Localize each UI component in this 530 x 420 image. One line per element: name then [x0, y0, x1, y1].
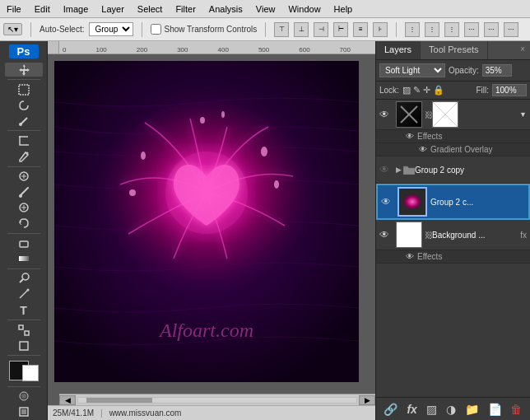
- group-copy-name: Group 2 copy: [415, 166, 527, 175]
- scroll-left-btn[interactable]: ◀: [59, 395, 76, 405]
- canvas-container[interactable]: Alfoart.com ◀ ▶: [48, 54, 375, 405]
- marquee-tool[interactable]: [5, 82, 43, 96]
- svg-line-12: [20, 279, 23, 282]
- magic-wand-tool[interactable]: [5, 114, 43, 128]
- shape-tool[interactable]: [5, 338, 43, 352]
- pen-tool[interactable]: [5, 287, 43, 301]
- auto-select-dropdown[interactable]: Group Layer: [89, 22, 133, 36]
- menu-bar: File Edit Image Layer Select Filter Anal…: [0, 0, 530, 18]
- group-2c-item[interactable]: 👁 Group 2 c...: [376, 184, 530, 220]
- background-visibility[interactable]: 👁: [379, 229, 393, 240]
- lock-all-btn[interactable]: 🔒: [433, 85, 444, 96]
- scroll-right-btn[interactable]: ▶: [359, 395, 375, 405]
- horizontal-scrollbar[interactable]: ◀ ▶: [59, 394, 375, 405]
- dodge-tool[interactable]: [5, 272, 43, 286]
- panel-close-btn[interactable]: ×: [515, 41, 530, 59]
- group-2c-thumb: [398, 187, 427, 217]
- background-color[interactable]: [22, 365, 39, 381]
- group-copy-arrow[interactable]: ▶: [396, 166, 402, 174]
- add-adjustment-btn[interactable]: ◑: [443, 401, 459, 418]
- screen-mode-tool[interactable]: [5, 405, 43, 419]
- blend-mode-select[interactable]: Soft Light Normal Multiply Screen Overla…: [379, 63, 445, 77]
- lasso-tool[interactable]: [5, 98, 43, 112]
- left-toolbar: Ps: [0, 41, 48, 420]
- align-bottom-btn[interactable]: ⊣: [314, 22, 328, 37]
- menu-file[interactable]: File: [0, 2, 28, 16]
- panel-tabs: Layers Tool Presets ×: [376, 41, 530, 60]
- effects-label: Effects: [417, 132, 442, 141]
- menu-layer[interactable]: Layer: [95, 2, 131, 16]
- eyedropper-tool[interactable]: [5, 149, 43, 163]
- tool-presets-tab[interactable]: Tool Presets: [421, 41, 488, 59]
- gradient-overlay-visibility[interactable]: 👁: [419, 145, 427, 154]
- gradient-overlay-effect[interactable]: 👁 Gradient Overlay: [376, 143, 530, 156]
- group-copy-visibility[interactable]: 👁: [379, 164, 393, 175]
- distribute-right-btn[interactable]: ⋯: [504, 22, 518, 37]
- lock-position-btn[interactable]: ✛: [423, 85, 430, 96]
- opacity-input[interactable]: [482, 64, 512, 77]
- distribute-top-btn[interactable]: ⋮: [405, 22, 420, 37]
- menu-window[interactable]: Window: [281, 2, 327, 16]
- scroll-thumb[interactable]: [86, 398, 152, 403]
- path-tool[interactable]: [5, 323, 43, 337]
- clone-tool[interactable]: [5, 201, 43, 215]
- text-tool[interactable]: T: [5, 303, 43, 317]
- layer-gradient-item[interactable]: 👁 ⛓ ▼: [376, 100, 530, 130]
- menu-view[interactable]: View: [249, 2, 282, 16]
- brush-tool[interactable]: [5, 184, 43, 198]
- scroll-track[interactable]: [77, 397, 357, 404]
- layers-tab[interactable]: Layers: [376, 41, 421, 59]
- color-picker[interactable]: [9, 361, 39, 381]
- history-tool[interactable]: [5, 217, 43, 231]
- svg-point-7: [19, 194, 22, 198]
- distribute-vcenter-btn[interactable]: ⋮: [425, 22, 439, 37]
- menu-analysis[interactable]: Analysis: [202, 2, 249, 16]
- menu-filter[interactable]: Filter: [169, 2, 202, 16]
- layers-panel: Layers Tool Presets × Soft Light Normal …: [375, 41, 530, 420]
- layer-1-effects-header[interactable]: 👁 Effects: [376, 130, 530, 143]
- svg-point-26: [129, 189, 136, 196]
- menu-select[interactable]: Select: [131, 2, 170, 16]
- align-vcenter-btn[interactable]: ⊥: [294, 22, 309, 37]
- layer-1-visibility[interactable]: 👁: [379, 109, 393, 120]
- crop-tool[interactable]: [5, 133, 43, 147]
- gradient-tool[interactable]: [5, 252, 43, 266]
- quick-mask-tool[interactable]: [5, 390, 43, 404]
- bg-effects-header[interactable]: 👁 Effects: [376, 250, 530, 264]
- move-tool-btn[interactable]: ↖▾: [3, 23, 22, 35]
- menu-image[interactable]: Image: [57, 2, 95, 16]
- transform-checkbox[interactable]: [151, 24, 161, 35]
- align-hcenter-btn[interactable]: ≡: [353, 22, 368, 37]
- distribute-hcenter-btn[interactable]: ⋯: [484, 22, 499, 37]
- fill-input[interactable]: [492, 84, 527, 96]
- new-layer-btn[interactable]: 📄: [485, 401, 505, 418]
- layer-1-expand[interactable]: ▼: [519, 110, 527, 119]
- add-group-btn[interactable]: 📁: [462, 401, 482, 418]
- distribute-left-btn[interactable]: ⋯: [464, 22, 479, 37]
- heal-tool[interactable]: [5, 169, 43, 183]
- align-left-btn[interactable]: ⊢: [333, 22, 348, 37]
- eraser-tool[interactable]: [5, 236, 43, 250]
- add-mask-btn[interactable]: ▨: [423, 401, 440, 418]
- group-copy-item[interactable]: 👁 ▶ Group 2 copy: [376, 156, 530, 184]
- link-layers-btn[interactable]: 🔗: [380, 401, 401, 418]
- transform-label: Show Transform Controls: [151, 24, 257, 35]
- menu-help[interactable]: Help: [328, 2, 360, 16]
- align-right-btn[interactable]: ⊦: [373, 22, 388, 37]
- group-2c-name: Group 2 c...: [430, 198, 525, 207]
- lock-transparency-btn[interactable]: ▨: [402, 85, 411, 96]
- align-top-btn[interactable]: ⊤: [274, 22, 289, 37]
- distribute-bottom-btn[interactable]: ⋮: [444, 22, 459, 37]
- lock-pixels-btn[interactable]: ✎: [413, 85, 421, 96]
- background-item[interactable]: 👁 ⛓ Background ... fx: [376, 220, 530, 250]
- fx-badge: fx: [520, 231, 527, 240]
- delete-layer-btn[interactable]: 🗑: [507, 401, 525, 418]
- effects-visibility[interactable]: 👁: [406, 132, 414, 141]
- gradient-overlay-label: Gradient Overlay: [430, 145, 493, 154]
- menu-edit[interactable]: Edit: [28, 2, 57, 16]
- bg-effects-visibility[interactable]: 👁: [406, 252, 414, 261]
- group-2c-visibility[interactable]: 👁: [381, 196, 394, 208]
- move-tool[interactable]: [5, 63, 43, 77]
- add-style-btn[interactable]: fx: [403, 401, 420, 418]
- fill-label: Fill:: [476, 86, 489, 95]
